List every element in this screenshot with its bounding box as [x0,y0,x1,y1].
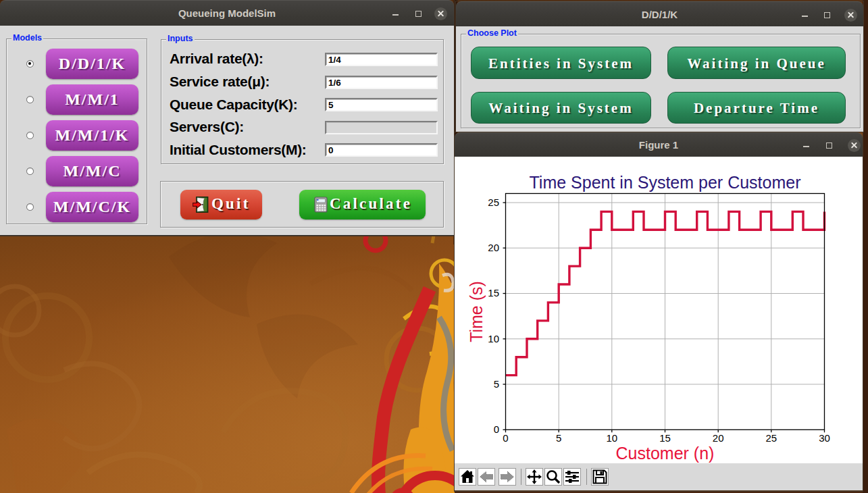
svg-text:Time (s): Time (s) [467,281,486,342]
svg-text:20: 20 [488,242,499,253]
svg-text:5: 5 [494,378,499,390]
svg-text:15: 15 [659,432,671,444]
svg-text:Customer (n): Customer (n) [616,444,715,463]
svg-text:20: 20 [713,432,724,444]
svg-text:15: 15 [488,287,499,299]
svg-text:0: 0 [494,423,499,435]
svg-text:30: 30 [819,432,830,444]
svg-text:5: 5 [556,432,561,444]
svg-text:25: 25 [488,197,499,208]
svg-text:Time Spent in System per Custo: Time Spent in System per Customer [530,173,801,192]
svg-text:25: 25 [765,432,777,444]
svg-text:10: 10 [606,432,617,444]
svg-text:10: 10 [488,333,499,344]
svg-text:0: 0 [503,432,508,444]
